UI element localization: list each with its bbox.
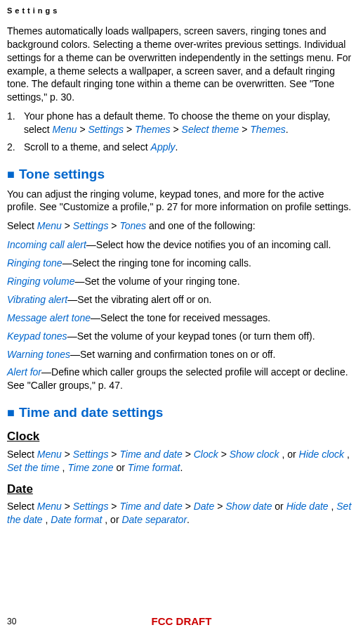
intro-paragraph: Themes automatically loads wallpapers, s… bbox=[7, 25, 356, 104]
text: Select bbox=[7, 501, 37, 512]
menu-link: Settings bbox=[88, 124, 124, 135]
menu-link: Apply bbox=[151, 141, 176, 153]
section-title: Time and date settings bbox=[19, 404, 164, 422]
tone-option: Message alert tone—Select the tone for r… bbox=[7, 311, 356, 325]
menu-link: Tones bbox=[119, 220, 146, 231]
option-name: Ringing tone bbox=[7, 257, 62, 269]
text: or bbox=[275, 501, 286, 512]
menu-link: Hide date bbox=[286, 501, 329, 512]
menu-link: Show date bbox=[225, 501, 272, 512]
menu-link: Date bbox=[194, 501, 215, 512]
option-desc: —Select the ringing tone for incoming ca… bbox=[62, 257, 251, 269]
step-1: 1. Your phone has a default theme. To ch… bbox=[7, 110, 356, 136]
step-number: 1. bbox=[7, 110, 24, 136]
option-desc: —Set the volume of your ringing tone. bbox=[75, 276, 240, 287]
menu-link: Settings bbox=[73, 449, 109, 460]
option-desc: —Define which caller groups the selected… bbox=[7, 366, 348, 391]
tone-intro: You can adjust the ringing volume, keypa… bbox=[7, 188, 356, 214]
text: Select bbox=[7, 449, 37, 460]
menu-link: Clock bbox=[194, 449, 218, 460]
step-2: 2. Scroll to a theme, and select Apply. bbox=[7, 141, 356, 154]
menu-link: Date format bbox=[51, 514, 102, 525]
text: or bbox=[117, 462, 128, 473]
timedate-settings-heading: ■ Time and date settings bbox=[7, 404, 356, 422]
tone-option: Alert for—Define which caller groups the… bbox=[7, 366, 356, 392]
section-title: Tone settings bbox=[19, 165, 105, 183]
option-name: Warning tones bbox=[7, 349, 70, 360]
menu-link: Menu bbox=[52, 124, 77, 135]
tone-option: Warning tones—Set warning and confirmati… bbox=[7, 348, 356, 361]
text: and one of the following: bbox=[149, 220, 256, 231]
step-number: 2. bbox=[7, 141, 24, 154]
tone-settings-heading: ■ Tone settings bbox=[7, 165, 356, 183]
option-desc: —Set warning and confirmation tones on o… bbox=[70, 349, 275, 360]
text: , or bbox=[105, 514, 121, 525]
menu-link: Time and date bbox=[119, 449, 182, 460]
option-name: Alert for bbox=[7, 366, 41, 378]
option-name: Message alert tone bbox=[7, 312, 91, 323]
menu-link: Hide clock bbox=[299, 449, 345, 460]
tone-option: Ringing volume—Set the volume of your ri… bbox=[7, 275, 356, 288]
menu-link: Menu bbox=[37, 220, 62, 231]
page-number: 30 bbox=[7, 616, 112, 627]
menu-link: Menu bbox=[37, 501, 62, 512]
option-desc: —Set the volume of your keypad tones (or… bbox=[67, 330, 315, 342]
option-name: Keypad tones bbox=[7, 330, 67, 342]
option-name: Incoming call alert bbox=[7, 239, 86, 250]
menu-link: Menu bbox=[37, 449, 62, 460]
menu-link: Set the time bbox=[7, 462, 60, 473]
page-footer: 30 FCC DRAFT bbox=[7, 614, 356, 629]
menu-link: Time format bbox=[128, 462, 180, 473]
clock-heading: Clock bbox=[7, 429, 356, 445]
menu-link: Themes bbox=[250, 124, 286, 135]
page-header: Settings bbox=[7, 6, 356, 16]
fcc-draft-label: FCC DRAFT bbox=[112, 614, 251, 629]
text: , or bbox=[282, 449, 298, 460]
step-text: Scroll to a theme, and select bbox=[24, 141, 151, 153]
tone-select: Select Menu > Settings > Tones and one o… bbox=[7, 219, 356, 233]
option-name: Vibrating alert bbox=[7, 294, 67, 305]
option-desc: —Select how the device notifies you of a… bbox=[86, 239, 331, 250]
clock-paragraph: Select Menu > Settings > Time and date >… bbox=[7, 448, 356, 475]
section-bullet-icon: ■ bbox=[7, 404, 15, 421]
date-heading: Date bbox=[7, 482, 356, 498]
text: , bbox=[347, 449, 350, 460]
section-bullet-icon: ■ bbox=[7, 166, 15, 183]
menu-link: Show clock bbox=[230, 449, 279, 460]
step-content: Scroll to a theme, and select Apply. bbox=[24, 141, 356, 154]
menu-link: Select theme bbox=[182, 124, 239, 135]
menu-link: Themes bbox=[135, 124, 171, 135]
tone-option: Ringing tone—Select the ringing tone for… bbox=[7, 257, 356, 270]
menu-link: Settings bbox=[73, 220, 109, 231]
step-content: Your phone has a default theme. To choos… bbox=[24, 110, 356, 136]
menu-link: Time zone bbox=[67, 462, 113, 473]
tone-option: Vibrating alert—Set the vibrating alert … bbox=[7, 293, 356, 307]
option-desc: —Select the tone for received messages. bbox=[91, 312, 270, 323]
menu-link: Date separator bbox=[121, 514, 187, 525]
date-paragraph: Select Menu > Settings > Time and date >… bbox=[7, 500, 356, 527]
tone-option: Keypad tones—Set the volume of your keyp… bbox=[7, 330, 356, 343]
option-name: Ringing volume bbox=[7, 276, 75, 287]
option-desc: —Set the vibrating alert off or on. bbox=[67, 294, 211, 305]
menu-link: Time and date bbox=[119, 501, 182, 512]
text: Select bbox=[7, 220, 37, 231]
tone-option: Incoming call alert—Select how the devic… bbox=[7, 238, 356, 252]
menu-link: Settings bbox=[73, 501, 109, 512]
